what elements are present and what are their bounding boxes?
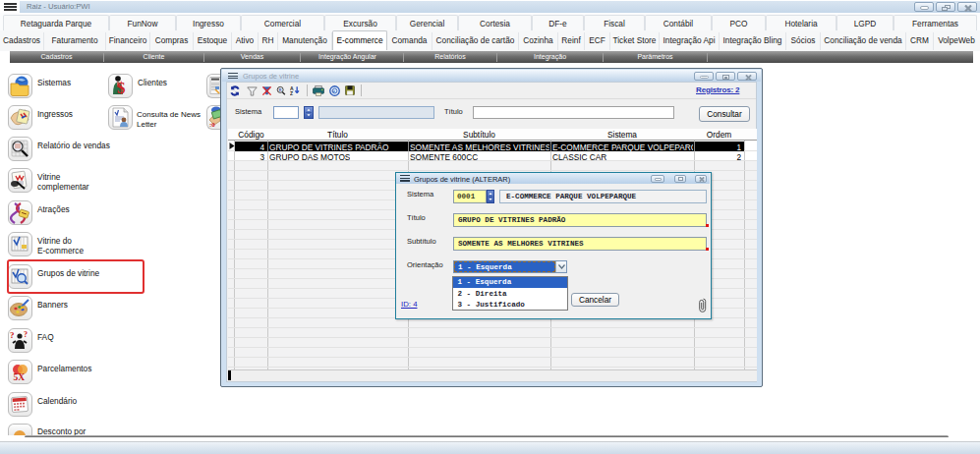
svg-text:?: ?	[10, 330, 15, 340]
svg-text:Z: Z	[290, 90, 293, 96]
svg-text:5X: 5X	[14, 372, 26, 382]
svg-text:n: n	[279, 87, 282, 92]
svg-text:?: ?	[24, 330, 28, 339]
svg-text:$: $	[117, 79, 126, 97]
svg-text::0: :0	[209, 121, 215, 129]
